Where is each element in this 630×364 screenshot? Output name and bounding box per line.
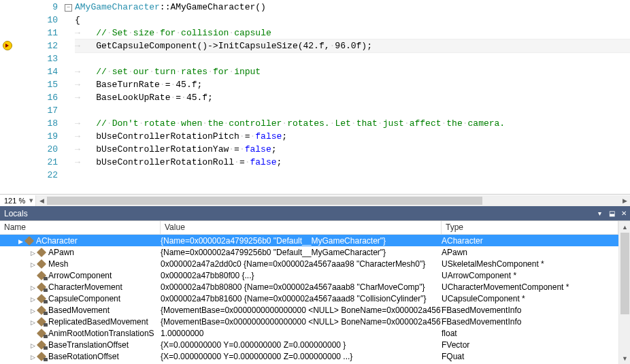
variable-type: FQuat <box>442 352 618 361</box>
grid-header[interactable]: Name Value Type <box>0 221 618 235</box>
variable-name: ACharacter <box>36 236 78 246</box>
variable-row[interactable]: ▷CharacterMovement0x000002a47bb80800 {Na… <box>0 281 618 293</box>
variable-type: APawn <box>442 248 618 257</box>
variable-icon <box>37 248 46 257</box>
variable-type: float <box>442 329 618 338</box>
code-line[interactable]: → GetCapsuleComponent()->InitCapsuleSize… <box>75 39 630 53</box>
variable-private-icon <box>37 306 46 314</box>
code-line[interactable]: → bUseControllerRotationPitch·=·false; <box>75 130 630 143</box>
variable-value[interactable]: 1.00000000 <box>161 329 442 338</box>
code-line[interactable]: → BaseLookUpRate·=·45.f; <box>75 91 630 104</box>
line-number: 19 <box>24 130 58 143</box>
breakpoint-gutter[interactable] <box>0 0 24 194</box>
scroll-up-arrow-icon[interactable]: ▲ <box>619 221 630 233</box>
fold-column[interactable]: − <box>65 0 75 194</box>
expand-toggle-icon[interactable]: ▷ <box>29 296 37 303</box>
code-line[interactable] <box>75 52 630 65</box>
code-line[interactable]: → bUseControllerRotationYaw·=·false; <box>75 143 630 156</box>
fold-toggle-icon[interactable]: − <box>65 4 72 12</box>
variable-value[interactable]: {MovementBase=0x0000000000000000 <NULL> … <box>161 305 442 315</box>
line-number: 21 <box>24 156 58 169</box>
variable-row[interactable]: ▷BaseRotationOffset{X=0.000000000 Y=0.00… <box>0 350 618 362</box>
expand-toggle-icon[interactable]: ▷ <box>29 308 37 314</box>
pin-icon[interactable]: ⬓ <box>606 210 618 217</box>
horizontal-scrollbar[interactable]: ◀ ▶ <box>35 195 630 206</box>
scroll-right-arrow-icon[interactable]: ▶ <box>619 195 630 206</box>
expand-toggle-icon[interactable]: ▷ <box>29 319 37 326</box>
line-number: 16 <box>24 91 58 104</box>
variable-private-icon <box>37 271 46 280</box>
variable-name: BasedMovement <box>48 305 110 315</box>
variable-row[interactable]: ▷APawn{Name=0x000002a4799256b0 "Default_… <box>0 246 618 258</box>
vertical-scrollbar[interactable]: ▲ ▼ <box>618 221 630 364</box>
expand-toggle-icon[interactable]: ▷ <box>29 261 37 268</box>
code-line[interactable] <box>75 104 630 117</box>
line-number: 13 <box>24 52 58 65</box>
variable-type: FBasedMovementInfo <box>442 305 618 315</box>
variable-value[interactable]: {X=0.000000000 Y=0.000000000 Z=0.0000000… <box>161 340 442 350</box>
variable-private-icon <box>37 341 46 349</box>
variable-name: BaseTranslationOffset <box>48 340 129 350</box>
variable-value[interactable]: {Name=0x000002a4799256b0 "Default__MyGam… <box>161 236 442 246</box>
variable-value[interactable]: 0x000002a47bb81600 {Name=0x000002a4567aa… <box>161 294 442 303</box>
expand-toggle-icon[interactable]: ▷ <box>29 284 37 291</box>
variable-value[interactable]: {MovementBase=0x0000000000000000 <NULL> … <box>161 317 442 327</box>
variable-value[interactable]: 0x000002a47a2dd0c0 {Name=0x000002a4567aa… <box>161 259 442 269</box>
line-number: 20 <box>24 143 58 156</box>
variable-row[interactable]: ▷CapsuleComponent0x000002a47bb81600 {Nam… <box>0 293 618 304</box>
column-name[interactable]: Name <box>0 221 161 234</box>
variable-private-icon <box>37 283 46 291</box>
variable-value[interactable]: 0x000002a47bb80800 {Name=0x000002a4567aa… <box>161 282 442 292</box>
scroll-left-arrow-icon[interactable]: ◀ <box>36 195 47 206</box>
scroll-down-arrow-icon[interactable]: ▼ <box>619 352 630 364</box>
variable-value[interactable]: 0x000002a47bb80f00 {...} <box>161 271 442 280</box>
code-line[interactable]: → BaseTurnRate·=·45.f; <box>75 78 630 91</box>
code-content[interactable]: AMyGameCharacter::AMyGameCharacter(){→ /… <box>75 0 630 194</box>
code-line[interactable]: → //·set·our·turn·rates·for·input <box>75 65 630 78</box>
variable-row[interactable]: AnimRootMotionTranslationS1.00000000floa… <box>0 327 618 339</box>
vscroll-thumb[interactable] <box>620 233 629 314</box>
variable-row[interactable]: ▷Mesh0x000002a47a2dd0c0 {Name=0x000002a4… <box>0 258 618 269</box>
expand-toggle-icon[interactable]: ▷ <box>29 342 37 349</box>
variable-row[interactable]: ▶ACharacter{Name=0x000002a4799256b0 "Def… <box>0 235 618 246</box>
variable-private-icon <box>37 352 46 361</box>
variable-value[interactable]: {X=0.000000000 Y=0.000000000 Z=0.0000000… <box>161 352 442 361</box>
column-value[interactable]: Value <box>161 221 442 234</box>
locals-panel-header[interactable]: Locals ▾ ⬓ ✕ <box>0 206 630 220</box>
locals-grid[interactable]: Name Value Type ▶ACharacter{Name=0x00000… <box>0 220 630 364</box>
variable-name: Mesh <box>48 259 68 269</box>
variable-row[interactable]: ▷ReplicatedBasedMovement{MovementBase=0x… <box>0 316 618 327</box>
variable-type: UCapsuleComponent * <box>442 294 618 303</box>
variable-name: APawn <box>48 248 74 257</box>
window-position-icon[interactable]: ▾ <box>593 210 606 217</box>
code-line[interactable]: { <box>75 14 630 27</box>
variable-name: ReplicatedBasedMovement <box>48 317 148 327</box>
code-line[interactable]: → //·Set·size·for·collision·capsule <box>75 27 630 39</box>
line-number: 17 <box>24 104 58 117</box>
line-number: 9 <box>24 1 58 14</box>
variable-row[interactable]: ArrowComponent0x000002a47bb80f00 {...}UA… <box>0 269 618 281</box>
code-line[interactable]: AMyGameCharacter::AMyGameCharacter() <box>75 1 630 14</box>
expand-toggle-icon[interactable]: ▷ <box>29 250 37 257</box>
zoom-dropdown-icon[interactable]: ▾ <box>27 196 35 205</box>
code-line[interactable]: → //·Don't·rotate·when·the·controller·ro… <box>75 117 630 130</box>
column-type[interactable]: Type <box>442 221 618 234</box>
breakpoint-marker-icon[interactable] <box>3 41 12 50</box>
scroll-thumb[interactable] <box>47 197 482 205</box>
expand-toggle-icon[interactable]: ▷ <box>29 354 37 361</box>
code-editor[interactable]: 910111213141516171819202122 − AMyGameCha… <box>0 0 630 194</box>
variable-private-icon <box>37 329 46 337</box>
code-line[interactable]: → bUseControllerRotationRoll·=·false; <box>75 156 630 169</box>
variable-type: UArrowComponent * <box>442 271 618 280</box>
code-line[interactable] <box>75 169 630 182</box>
line-number: 15 <box>24 78 58 91</box>
variable-row[interactable]: ▷BasedMovement{MovementBase=0x0000000000… <box>0 304 618 316</box>
expand-toggle-icon[interactable]: ▶ <box>16 238 24 245</box>
variable-private-icon <box>37 295 46 303</box>
close-icon[interactable]: ✕ <box>618 210 630 217</box>
variable-private-icon <box>37 318 46 326</box>
variable-row[interactable]: ▷BaseTranslationOffset{X=0.000000000 Y=0… <box>0 339 618 350</box>
line-number: 11 <box>24 27 58 39</box>
variable-type: FVector <box>442 340 618 350</box>
variable-value[interactable]: {Name=0x000002a4799256b0 "Default__MyGam… <box>161 248 442 257</box>
